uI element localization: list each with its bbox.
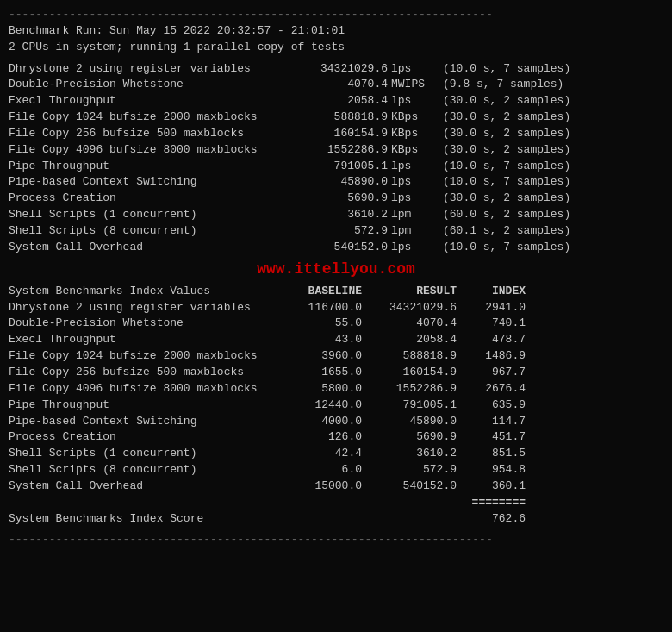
index-value: 1486.9 bbox=[457, 348, 526, 365]
index-row: Dhrystone 2 using register variables 116… bbox=[9, 300, 663, 316]
index-row: File Copy 1024 bufsize 2000 maxblocks 39… bbox=[9, 348, 663, 365]
index-value: 2676.4 bbox=[457, 381, 526, 397]
benchmark-row: Pipe-based Context Switching 45890.0 lps… bbox=[9, 174, 663, 191]
index-header-row: System Benchmarks Index Values BASELINE … bbox=[9, 284, 663, 300]
index-baseline: 12440.0 bbox=[276, 397, 362, 414]
benchmark-value: 540152.0 bbox=[276, 240, 388, 256]
benchmark-samples: (30.0 s, 2 samples) bbox=[443, 142, 570, 159]
index-label: Execl Throughput bbox=[9, 332, 276, 348]
benchmark-samples: (30.0 s, 2 samples) bbox=[443, 110, 570, 126]
index-result: 2058.4 bbox=[362, 332, 457, 348]
benchmark-row: Process Creation 5690.9 lps (30.0 s, 2 s… bbox=[9, 191, 663, 207]
index-label: Dhrystone 2 using register variables bbox=[9, 300, 276, 316]
benchmark-unit: MWIPS bbox=[391, 77, 443, 93]
watermark: www.ittellyou.com bbox=[9, 258, 663, 280]
index-result: 572.9 bbox=[362, 462, 457, 479]
benchmark-row: File Copy 256 bufsize 500 maxblocks 1601… bbox=[9, 126, 663, 142]
index-value: 451.7 bbox=[457, 429, 526, 446]
benchmark-samples: (30.0 s, 2 samples) bbox=[443, 126, 570, 142]
benchmark-value: 5690.9 bbox=[276, 191, 388, 207]
benchmark-value: 572.9 bbox=[276, 223, 388, 240]
index-result: 540152.0 bbox=[362, 479, 457, 495]
index-value: 954.8 bbox=[457, 462, 526, 479]
score-label: System Benchmarks Index Score bbox=[9, 511, 276, 528]
benchmark-label: Execl Throughput bbox=[9, 93, 276, 110]
index-row: Execl Throughput 43.0 2058.4 478.7 bbox=[9, 332, 663, 348]
index-result: 588818.9 bbox=[362, 348, 457, 365]
benchmark-unit: lps bbox=[391, 191, 443, 207]
benchmark-unit: lpm bbox=[391, 223, 443, 240]
index-row: System Call Overhead 15000.0 540152.0 36… bbox=[9, 479, 663, 495]
benchmark-value: 3610.2 bbox=[276, 207, 388, 223]
index-baseline: 43.0 bbox=[276, 332, 362, 348]
benchmark-row: Double-Precision Whetstone 4070.4 MWIPS … bbox=[9, 77, 663, 93]
benchmark-row: Dhrystone 2 using register variables 343… bbox=[9, 61, 663, 78]
index-result: 34321029.6 bbox=[362, 300, 457, 316]
benchmark-value: 1552286.9 bbox=[276, 142, 388, 159]
index-baseline: 5800.0 bbox=[276, 381, 362, 397]
index-label: Shell Scripts (1 concurrent) bbox=[9, 446, 276, 462]
benchmark-samples: (60.1 s, 2 samples) bbox=[443, 223, 570, 240]
benchmark-samples: (10.0 s, 7 samples) bbox=[443, 240, 570, 256]
index-label: Pipe-based Context Switching bbox=[9, 414, 276, 430]
index-baseline: 6.0 bbox=[276, 462, 362, 479]
index-header-index: INDEX bbox=[457, 284, 526, 300]
benchmark-samples: (9.8 s, 7 samples) bbox=[443, 77, 563, 93]
index-baseline: 15000.0 bbox=[276, 479, 362, 495]
index-label: File Copy 1024 bufsize 2000 maxblocks bbox=[9, 348, 276, 365]
benchmark-row: Execl Throughput 2058.4 lps (30.0 s, 2 s… bbox=[9, 93, 663, 110]
benchmark-row: System Call Overhead 540152.0 lps (10.0 … bbox=[9, 240, 663, 256]
score-value: 762.6 bbox=[276, 511, 526, 528]
index-row: Shell Scripts (1 concurrent) 42.4 3610.2… bbox=[9, 446, 663, 462]
index-row: File Copy 4096 bufsize 8000 maxblocks 58… bbox=[9, 381, 663, 397]
index-value: 2941.0 bbox=[457, 300, 526, 316]
benchmark-row: File Copy 1024 bufsize 2000 maxblocks 58… bbox=[9, 110, 663, 126]
header-line2: 2 CPUs in system; running 1 parallel cop… bbox=[9, 40, 663, 56]
index-baseline: 4000.0 bbox=[276, 414, 362, 430]
index-header-baseline: BASELINE bbox=[276, 284, 362, 300]
index-value: 635.9 bbox=[457, 397, 526, 414]
benchmark-samples: (10.0 s, 7 samples) bbox=[443, 61, 570, 78]
benchmark-row: Shell Scripts (1 concurrent) 3610.2 lpm … bbox=[9, 207, 663, 223]
index-baseline: 3960.0 bbox=[276, 348, 362, 365]
index-result: 4070.4 bbox=[362, 316, 457, 332]
benchmark-row: File Copy 4096 bufsize 8000 maxblocks 15… bbox=[9, 142, 663, 159]
index-header-result: RESULT bbox=[362, 284, 457, 300]
index-label: System Call Overhead bbox=[9, 479, 276, 495]
index-baseline: 126.0 bbox=[276, 429, 362, 446]
index-result: 45890.0 bbox=[362, 414, 457, 430]
top-divider: ----------------------------------------… bbox=[9, 7, 663, 23]
benchmark-value: 34321029.6 bbox=[276, 61, 388, 78]
score-row: System Benchmarks Index Score 762.6 bbox=[9, 511, 663, 528]
index-value: 740.1 bbox=[457, 316, 526, 332]
index-result: 160154.9 bbox=[362, 365, 457, 381]
index-baseline: 116700.0 bbox=[276, 300, 362, 316]
benchmark-unit: KBps bbox=[391, 142, 443, 159]
equals-spacer bbox=[9, 495, 457, 511]
benchmark-label: Pipe Throughput bbox=[9, 159, 276, 175]
index-value: 851.5 bbox=[457, 446, 526, 462]
index-header-label: System Benchmarks Index Values bbox=[9, 284, 276, 300]
index-row: Process Creation 126.0 5690.9 451.7 bbox=[9, 429, 663, 446]
index-label: File Copy 4096 bufsize 8000 maxblocks bbox=[9, 381, 276, 397]
index-value: 967.7 bbox=[457, 365, 526, 381]
index-baseline: 55.0 bbox=[276, 316, 362, 332]
benchmark-label: Pipe-based Context Switching bbox=[9, 174, 276, 191]
index-label: Pipe Throughput bbox=[9, 397, 276, 414]
benchmark-samples: (10.0 s, 7 samples) bbox=[443, 174, 570, 191]
index-label: Shell Scripts (8 concurrent) bbox=[9, 462, 276, 479]
index-result: 5690.9 bbox=[362, 429, 457, 446]
index-result: 1552286.9 bbox=[362, 381, 457, 397]
benchmark-value: 791005.1 bbox=[276, 159, 388, 175]
index-section: Dhrystone 2 using register variables 116… bbox=[9, 300, 663, 495]
benchmark-unit: lps bbox=[391, 93, 443, 110]
benchmark-label: File Copy 1024 bufsize 2000 maxblocks bbox=[9, 110, 276, 126]
benchmark-unit: lpm bbox=[391, 207, 443, 223]
benchmark-value: 2058.4 bbox=[276, 93, 388, 110]
benchmark-label: Double-Precision Whetstone bbox=[9, 77, 276, 93]
benchmark-value: 588818.9 bbox=[276, 110, 388, 126]
benchmark-unit: KBps bbox=[391, 126, 443, 142]
index-baseline: 42.4 bbox=[276, 446, 362, 462]
benchmark-label: System Call Overhead bbox=[9, 240, 276, 256]
index-baseline: 1655.0 bbox=[276, 365, 362, 381]
